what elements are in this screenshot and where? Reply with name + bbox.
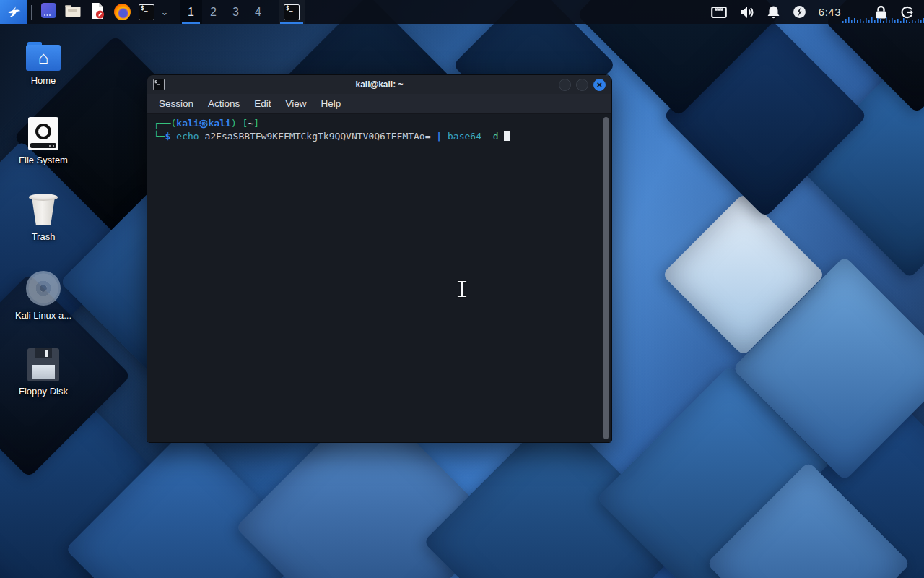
menu-edit[interactable]: Edit: [247, 95, 278, 112]
terminal-window: $_ kali@kali: ~ ✕ Session Actions Edit V…: [147, 74, 612, 443]
launcher-firefox[interactable]: [110, 0, 134, 24]
minimize-button[interactable]: [559, 79, 571, 91]
close-icon: ✕: [596, 81, 602, 89]
terminal-scrollbar[interactable]: [603, 117, 609, 439]
document-edit-icon: [90, 2, 105, 22]
terminal-menubar: Session Actions Edit View Help: [147, 94, 611, 114]
workspace-4[interactable]: 4: [247, 0, 269, 24]
desktop-icon-home[interactable]: ⌂ Home: [9, 42, 78, 86]
power-manager-icon[interactable]: [793, 5, 806, 19]
text-cursor: [504, 131, 510, 141]
maximize-button[interactable]: [576, 79, 588, 91]
network-icon[interactable]: [711, 6, 727, 19]
desktop-icon-file-system[interactable]: File System: [9, 117, 78, 165]
notifications-bell-icon[interactable]: [767, 5, 780, 20]
launcher-show-desktop[interactable]: [36, 0, 61, 24]
command-line: └─$ echo a2FsaSBBTEw9KEFMTCkgTk9QQVNTV0Q…: [154, 130, 605, 143]
desktop-icon-trash[interactable]: Trash: [9, 194, 78, 242]
panel-separator: [175, 5, 175, 20]
floppy-disk-icon: [27, 348, 59, 381]
disc-icon: [26, 271, 61, 306]
terminal-icon: $_: [139, 4, 154, 20]
desktop-icon-label: File System: [19, 155, 68, 165]
desktop: $_ ⌄ 1 2 3 4 $_: [0, 0, 924, 578]
workspace-3[interactable]: 3: [225, 0, 247, 24]
desktop-icon-label: Kali Linux a...: [15, 310, 71, 321]
menu-help[interactable]: Help: [314, 95, 349, 112]
launcher-terminal[interactable]: $_: [134, 0, 159, 24]
panel-spacer: [305, 0, 711, 24]
desktop-icon-kali-linux[interactable]: Kali Linux a...: [9, 271, 78, 321]
menu-actions[interactable]: Actions: [201, 95, 247, 112]
firefox-icon: [114, 4, 131, 20]
folder-icon: [64, 3, 82, 21]
terminal-titlebar[interactable]: $_ kali@kali: ~ ✕: [147, 75, 611, 94]
menu-session[interactable]: Session: [152, 95, 201, 112]
desktop-icon-label: Floppy Disk: [19, 386, 68, 397]
workspace-2[interactable]: 2: [202, 0, 225, 24]
panel-separator: [31, 5, 32, 20]
volume-icon[interactable]: [739, 5, 754, 20]
top-panel: $_ ⌄ 1 2 3 4 $_: [0, 0, 924, 24]
applications-menu-button[interactable]: [0, 0, 27, 24]
kali-logo-icon: [5, 2, 22, 22]
window-title: kali@kali: ~: [147, 79, 611, 90]
show-desktop-icon: [40, 2, 57, 22]
desktop-icon-floppy-disk[interactable]: Floppy Disk: [9, 348, 78, 397]
desktop-icon-label: Trash: [32, 231, 56, 242]
taskbar-terminal-window-button[interactable]: $_: [279, 0, 305, 24]
launcher-file-manager[interactable]: [61, 0, 85, 24]
terminal-screen[interactable]: ┌──(kali㉿kali)-[~] └─$ echo a2FsaSBBTEw9…: [147, 114, 611, 443]
panel-separator: [274, 5, 274, 20]
terminal-icon: $_: [284, 4, 300, 20]
close-button[interactable]: ✕: [593, 79, 606, 91]
prompt-line-1: ┌──(kali㉿kali)-[~]: [154, 117, 605, 130]
panel-clock[interactable]: 6:43: [819, 6, 841, 18]
desktop-icon-label: Home: [31, 75, 56, 86]
activity-sparkline-icon: [842, 17, 924, 23]
hard-drive-icon: [28, 117, 58, 150]
home-folder-icon: ⌂: [26, 42, 61, 71]
workspace-1[interactable]: 1: [180, 0, 202, 24]
trash-can-icon: [29, 194, 58, 227]
chevron-down-icon[interactable]: ⌄: [159, 7, 170, 17]
terminal-icon: $_: [153, 79, 165, 90]
launcher-text-editor[interactable]: [85, 0, 110, 24]
menu-view[interactable]: View: [279, 95, 314, 112]
